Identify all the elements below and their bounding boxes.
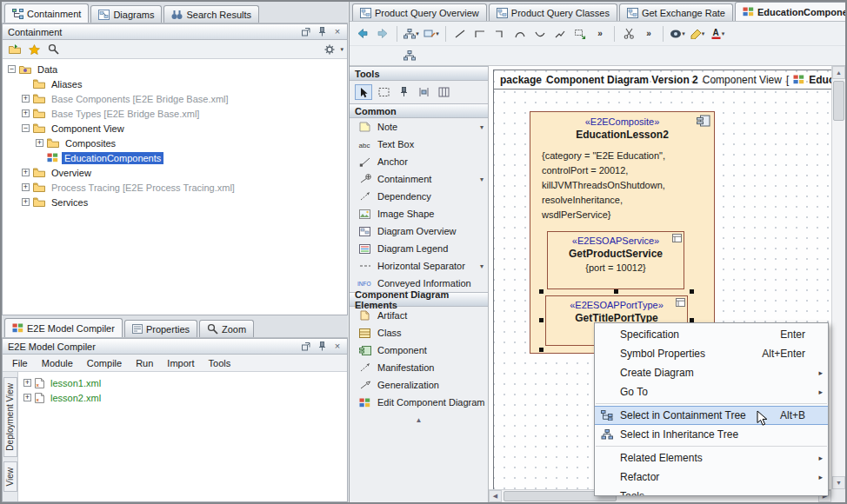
side-tab-view[interactable]: View — [3, 461, 17, 493]
toolbox-item-manifestation[interactable]: Manifestation — [350, 359, 488, 376]
toolbox-item-horizontal-separator[interactable]: Horizontal Separator▾ — [350, 257, 488, 275]
curve2-button[interactable] — [530, 24, 550, 43]
cut-button[interactable] — [619, 24, 638, 43]
selection-handle[interactable] — [539, 348, 544, 352]
tab-containment[interactable]: Containment — [4, 3, 89, 23]
rect-corner1-button[interactable] — [470, 24, 490, 43]
toolbox-item-diagram-legend[interactable]: Diagram Legend — [350, 240, 488, 257]
expand-expander-icon[interactable]: + — [22, 95, 30, 103]
scroll-up-icon[interactable]: ▲ — [832, 66, 845, 79]
open-project-icon[interactable] — [6, 42, 23, 57]
rect-corner2-button[interactable] — [490, 24, 510, 43]
float-panel-icon[interactable] — [300, 26, 312, 37]
favorites-star-icon[interactable] — [25, 42, 43, 57]
toolbox-item-component[interactable]: Component — [350, 342, 488, 359]
expand-expander-icon[interactable]: + — [22, 169, 30, 176]
tab-properties[interactable]: Properties — [124, 320, 197, 337]
float-panel-icon[interactable] — [300, 341, 312, 352]
menu-item-tools[interactable]: Tools — [595, 487, 828, 496]
menubar-item-compile[interactable]: Compile — [81, 356, 128, 370]
toolbox-section-common[interactable]: Common — [350, 103, 488, 118]
toolbox-section-elements[interactable]: Component Diagram Elements — [350, 292, 488, 307]
pin-panel-icon[interactable] — [316, 26, 328, 37]
tree-node-overview[interactable]: +Overview — [3, 165, 347, 180]
close-panel-icon[interactable]: × — [331, 341, 343, 352]
toolbox-item-note[interactable]: Note▾ — [350, 118, 488, 136]
menu-item-symbol-properties[interactable]: Symbol PropertiesAlt+Enter — [595, 344, 828, 363]
selection-handle[interactable] — [690, 289, 694, 294]
menu-item-select-in-inheritance-tree[interactable]: Select in Inheritance Tree — [595, 425, 828, 444]
toolbox-item-containment[interactable]: Containment▾ — [350, 170, 488, 188]
tab-search-results[interactable]: Search Results — [163, 5, 259, 23]
tab-educationcomponent[interactable]: EducationComponent... — [735, 2, 847, 21]
toolbox-item-diagram-overview[interactable]: Diagram Overview — [350, 222, 488, 240]
menubar-item-run[interactable]: Run — [130, 356, 159, 370]
expand-expander-icon[interactable]: + — [36, 139, 43, 147]
menu-item-go-to[interactable]: Go To▸ — [595, 382, 828, 401]
distribute-tool-button[interactable] — [415, 84, 432, 100]
dropdown-caret-icon[interactable]: ▾ — [480, 176, 484, 183]
expand-expander-icon[interactable]: + — [22, 198, 30, 206]
selection-handle[interactable] — [539, 318, 544, 322]
tab-product-query-classes[interactable]: Product Query Classes — [489, 3, 617, 21]
pin-panel-icon[interactable] — [316, 341, 328, 352]
shape-create-button[interactable]: ▾ — [422, 24, 441, 43]
oblique-button[interactable] — [550, 24, 570, 43]
expand-expander-icon[interactable]: + — [23, 379, 31, 387]
tree-node-base-components-e2e-bridge-base-xml[interactable]: +Base Components [E2E Bridge Base.xml] — [3, 91, 347, 106]
toolbox-section-tools[interactable]: Tools — [350, 66, 488, 81]
toolbox-item-dependency[interactable]: Dependency — [350, 188, 488, 205]
curve1-button[interactable] — [510, 24, 530, 43]
overflow-chevron-button[interactable]: » — [639, 24, 658, 43]
expand-expander-icon[interactable]: + — [23, 394, 31, 401]
toolbox-item-edit-component-diagram[interactable]: Edit Component Diagram — [350, 394, 488, 411]
tree-node-process-tracing-e2e-process-tracing-xml[interactable]: +Process Tracing [E2E Process Tracing.xm… — [3, 180, 347, 195]
tree-node-composites[interactable]: +Composites — [3, 136, 347, 150]
autosize-button[interactable] — [570, 24, 590, 43]
compiler-file-lesson2-xml[interactable]: +xlesson2.xml — [18, 390, 347, 405]
menubar-item-import[interactable]: Import — [161, 356, 200, 370]
scroll-left-icon[interactable]: ◀ — [489, 490, 502, 502]
expand-expander-icon[interactable]: + — [22, 183, 30, 191]
dropdown-caret-icon[interactable]: ▾ — [480, 262, 484, 270]
toolbox-collapse-arrow-icon[interactable]: ▲ — [350, 411, 488, 424]
menu-item-related-elements[interactable]: Related Elements▸ — [595, 448, 828, 468]
menubar-item-tools[interactable]: Tools — [203, 356, 237, 370]
dropdown-caret-icon[interactable]: ▾ — [480, 123, 484, 131]
vertical-scroll-thumb[interactable] — [833, 81, 844, 121]
menu-item-select-in-containment-tree[interactable]: Select in Containment TreeAlt+B — [595, 406, 828, 425]
compiler-file-lesson1-xml[interactable]: +xlesson1.xml — [18, 375, 347, 390]
toolbox-item-image-shape[interactable]: Image Shape — [350, 205, 488, 222]
tab-get-exchange-rate[interactable]: Get Exchange Rate — [619, 3, 733, 21]
tree-node-base-types-e2e-bridge-base-xml[interactable]: +Base Types [E2E Bridge Base.xml] — [3, 106, 347, 121]
settings-gear-icon[interactable] — [321, 42, 338, 57]
expand-expander-icon[interactable]: + — [22, 109, 30, 117]
gear-dropdown-caret-icon[interactable]: ▾ — [340, 46, 343, 53]
menubar-item-module[interactable]: Module — [36, 356, 79, 370]
selection-handle[interactable] — [614, 289, 618, 294]
overflow-chevron-button[interactable]: » — [590, 24, 610, 43]
tree-node-aliases[interactable]: Aliases — [3, 76, 347, 91]
selection-handle[interactable] — [539, 289, 544, 294]
toolbox-item-generalization[interactable]: Generalization — [350, 376, 488, 394]
line-style-button[interactable] — [450, 24, 470, 43]
forward-button[interactable] — [373, 24, 392, 43]
menu-item-refactor[interactable]: Refactor▸ — [595, 468, 828, 487]
tab-e2e-model-compiler[interactable]: E2E Model Compiler — [4, 318, 123, 337]
select-tool-button[interactable] — [355, 84, 372, 100]
layers-button[interactable]: ▾ — [668, 24, 687, 43]
toolbox-item-text-box[interactable]: abcText Box — [350, 136, 488, 153]
font-color-button[interactable]: A▾ — [708, 24, 727, 43]
toolbox-item-anchor[interactable]: Anchor — [350, 153, 488, 170]
collapse-expander-icon[interactable]: − — [22, 124, 30, 132]
tab-product-query-overview[interactable]: Product Query Overview — [352, 3, 487, 21]
side-tab-deployment-view[interactable]: Deployment View — [3, 377, 17, 457]
highlight-pen-button[interactable]: ▾ — [688, 24, 707, 43]
vertical-scrollbar[interactable]: ▲ ▼ — [831, 66, 845, 489]
tree-node-data[interactable]: −Data — [3, 62, 347, 76]
tree-node-component-view[interactable]: −Component View — [3, 121, 347, 136]
service-shape-getproductservice[interactable]: «E2ESOAPService» GetProductService {port… — [547, 231, 684, 289]
layout-button[interactable] — [400, 46, 419, 65]
close-panel-icon[interactable]: × — [331, 26, 343, 37]
search-icon[interactable] — [44, 42, 62, 57]
